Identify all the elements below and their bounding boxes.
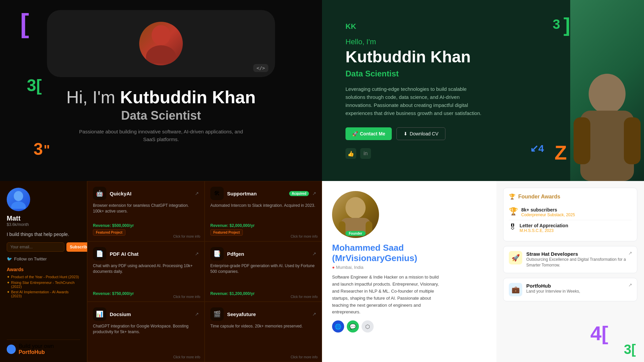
portfohub-link[interactable]: PortfoHub <box>18 349 45 355</box>
project-revenue-supportman: Revenue: $2,000,000/yr <box>210 223 316 228</box>
social-icon-linkedin[interactable]: in <box>360 148 371 159</box>
project-name-pdfaichat: PDF AI Chat <box>110 251 192 257</box>
q4-strawhat-icon: 🚀 <box>509 251 522 264</box>
project-card-pdfgen[interactable]: 📑 Pdfgen ↗ Enterprise-grade PDF generati… <box>205 241 322 302</box>
project-card-pdfaichat[interactable]: 📄 PDF AI Chat ↗ Chat with any PDF using … <box>87 241 205 302</box>
q4-awards-title: 🏆 Founder Awards <box>509 193 632 200</box>
download-cv-button[interactable]: ⬇ Download CV <box>396 127 445 140</box>
q2-photo-area <box>570 0 644 181</box>
project-external-quickyai[interactable]: ↗ <box>195 191 199 196</box>
q4-award-row-1: 🏆 8k+ subscribers Coderpreneur Substack,… <box>509 204 632 220</box>
award-text-1: Product of the Year - Product Hunt (2023… <box>11 275 79 279</box>
project-icon-pdfaichat: 📄 <box>93 247 106 260</box>
award-star-2: ✦ <box>7 281 10 285</box>
q4-location: ● Mumbai, India <box>332 265 486 270</box>
q3-awards-section: Awards ✦ Product of the Year - Product H… <box>7 267 80 299</box>
project-name-docsium: Docsium <box>110 311 192 317</box>
project-external-supportman[interactable]: ↗ <box>312 191 316 196</box>
project-external-seeyafuture[interactable]: ↗ <box>312 311 316 317</box>
decoration-arrow-blue: ↙4 <box>530 142 544 154</box>
q3-projects-grid: 🤖 QuickyAI ↗ Browser extension for seaml… <box>87 181 322 362</box>
q4-profile-name: Mohammed Saad(MrVisionaryGenius) <box>332 243 486 263</box>
project-card-docsium[interactable]: 📊 Docsium ↗ ChatGPT integration for Goog… <box>87 302 205 362</box>
svg-point-0 <box>152 25 170 45</box>
project-header-quickyai: 🤖 QuickyAI ↗ <box>93 187 199 200</box>
q4-portfohub-details: PortfoHub Land your Interview in Weeks, <box>526 283 580 294</box>
q4-strawhat-name: Straw Hat Developers <box>526 251 632 257</box>
q3-awards-title: Awards <box>7 267 80 272</box>
q3-twitter-link[interactable]: 🐦 Follow on Twitter <box>7 256 80 261</box>
q3-footer-avatar <box>7 345 16 354</box>
award-text-3: Best AI Implementation - AI Awards (2023… <box>11 290 80 298</box>
award-sub-2: M.H.S.S.C.E, 2023 <box>520 228 568 233</box>
q3-user-name: Matt <box>7 215 80 222</box>
contact-label: Contact Me <box>360 131 385 136</box>
project-desc-quickyai: Browser extension for seamless ChatGPT i… <box>93 203 199 221</box>
q4-portfohub-desc: Land your Interview in Weeks, <box>526 289 580 294</box>
q3-footer-text: Build your own PortfoHub <box>18 343 80 355</box>
q4-social-btn-whatsapp[interactable]: 💬 <box>347 320 359 333</box>
q3-revenue: $3.6k/month <box>7 222 80 227</box>
twitter-icon: 🐦 <box>7 256 12 261</box>
project-more-supportman: Click for more info <box>290 235 318 238</box>
contact-me-button[interactable]: 🚀 Contact Me <box>345 127 392 140</box>
q4-profile-left: Founder Mohammed Saad(MrVisionaryGenius)… <box>322 181 496 362</box>
code-badge: </> <box>253 64 268 72</box>
svg-point-8 <box>345 197 366 219</box>
q3-award-3: ✦ Best AI Implementation - AI Awards (20… <box>7 290 80 298</box>
q4-avatar-wrap: Founder <box>332 191 379 238</box>
project-external-docsium[interactable]: ↗ <box>195 311 199 317</box>
award-details-2: Letter of Appreciation M.H.S.S.C.E, 2023 <box>520 223 568 233</box>
svg-point-6 <box>14 191 23 201</box>
q1-hero-section: [ </> Hi, I'm Kutbuddin Khan Data Scient… <box>0 0 322 181</box>
decoration-bracket-q4-green2: 3[ <box>624 342 636 357</box>
q1-heading: Hi, I'm Kutbuddin Khan <box>66 87 256 107</box>
project-card-seeyafuture[interactable]: 🎬 Seeyafuture ↗ Time capsule for videos.… <box>205 302 322 362</box>
svg-rect-5 <box>624 117 641 164</box>
project-desc-docsium: ChatGPT integration for Google Workspace… <box>93 323 199 356</box>
awards-trophy-icon: 🏆 <box>509 193 516 200</box>
project-more-pdfgen: Click for more info <box>290 295 318 299</box>
q3-email-input[interactable] <box>7 242 64 252</box>
project-external-pdfgen[interactable]: ↗ <box>312 251 316 256</box>
project-name-pdfgen: Pdfgen <box>227 251 309 257</box>
project-revenue-quickyai: Revenue: $500,000/yr <box>93 223 199 228</box>
social-icon-feedback[interactable]: 👍 <box>345 148 356 159</box>
decoration-bracket-q4-purple: 4[ <box>590 322 608 345</box>
project-card-quickyai[interactable]: 🤖 QuickyAI ↗ Browser extension for seaml… <box>87 181 205 241</box>
project-header-pdfaichat: 📄 PDF AI Chat ↗ <box>93 247 199 260</box>
decoration-number-2: Z <box>554 141 567 164</box>
q3-avatar <box>7 188 30 211</box>
project-icon-pdfgen: 📑 <box>210 247 224 260</box>
q3-award-1: ✦ Product of the Year - Product Hunt (20… <box>7 275 80 279</box>
project-more-seeyafuture: Click for more info <box>290 355 318 359</box>
q2-hero-section: KK Hello, I'm Kutbuddin Khan Data Scient… <box>322 0 644 181</box>
q4-strawhat-card[interactable]: 🚀 Straw Hat Developers Outsourcing Excel… <box>503 246 637 273</box>
q4-portfohub-card[interactable]: 💼 PortfoHub Land your Interview in Weeks… <box>503 278 637 301</box>
decoration-number-3: 3 <box>553 17 560 32</box>
q4-right-panel: 🏆 Founder Awards 🏆 8k+ subscribers Coder… <box>496 181 644 362</box>
award-star-3: ✦ <box>7 290 10 294</box>
q4-social-row: 🌐 💬 ⬡ <box>332 320 486 333</box>
q1-description: Passionate about building innovative sof… <box>74 128 248 143</box>
project-more-pdfaichat: Click for more info <box>173 295 200 299</box>
project-icon-supportman: 🛠 <box>210 187 224 200</box>
q4-social-btn-website[interactable]: 🌐 <box>332 320 344 333</box>
project-external-pdfaichat[interactable]: ↗ <box>195 251 199 256</box>
project-card-supportman[interactable]: 🛠 Supportman Acquired ↗ Automated Interc… <box>205 181 322 241</box>
svg-rect-11 <box>366 221 372 235</box>
decoration-bracket-green-tr: ] <box>564 13 570 37</box>
q3-section: Matt $3.6k/month I build things that hel… <box>0 181 322 362</box>
svg-rect-10 <box>339 221 345 235</box>
project-featured-quickyai: Featured Project <box>93 229 125 236</box>
q4-founder-badge: Founder <box>345 231 366 236</box>
project-header-seeyafuture: 🎬 Seeyafuture ↗ <box>210 307 316 321</box>
q3-tagline: I build things that help people. <box>7 232 80 237</box>
contact-icon: 🚀 <box>352 131 358 136</box>
q2-photo-inner <box>570 0 644 181</box>
q4-social-btn-github[interactable]: ⬡ <box>362 320 374 333</box>
q1-name-bold: Kutbuddin Khan <box>120 87 256 107</box>
q3-sidebar: Matt $3.6k/month I build things that hel… <box>0 181 87 362</box>
twitter-label: Follow on Twitter <box>14 256 47 261</box>
award-name-1: 8k+ subscribers <box>521 207 575 213</box>
